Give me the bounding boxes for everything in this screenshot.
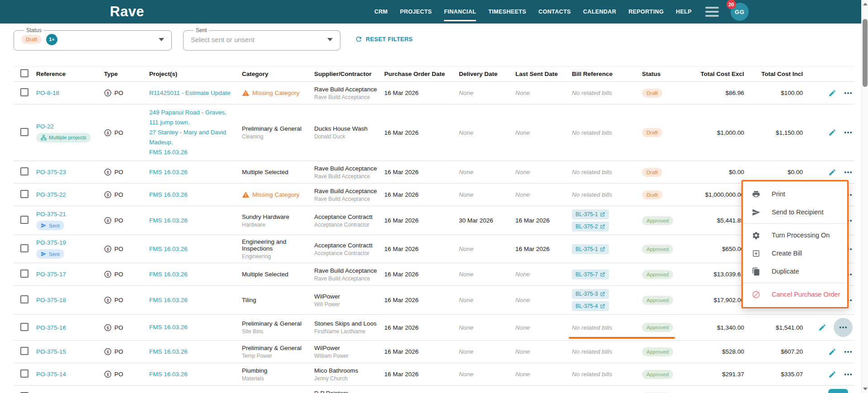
- total-cost-excl: $13,039.61: [687, 271, 750, 278]
- bill-reference-link[interactable]: BL-375-2: [572, 222, 609, 232]
- total-cost-excl: $1,000.00: [687, 129, 750, 136]
- menu-item-turn-processing-on[interactable]: Turn Processing On: [743, 226, 847, 244]
- reset-filters-button[interactable]: RESET FILTERS: [355, 35, 413, 43]
- row-menu-button[interactable]: [844, 128, 853, 137]
- row-checkbox[interactable]: [20, 369, 28, 378]
- project-link[interactable]: FMS 16.03.26: [149, 244, 237, 254]
- edit-button[interactable]: [828, 89, 836, 97]
- chevron-down-icon[interactable]: [159, 38, 164, 41]
- project-link[interactable]: FMS 16.03.26: [149, 322, 237, 332]
- reference-cell: PO-8-18: [36, 90, 104, 96]
- scrollbar[interactable]: [861, 0, 868, 393]
- reference-link[interactable]: PO-375-16: [36, 324, 99, 331]
- project-link[interactable]: FMS 16.03.26: [149, 369, 237, 379]
- status-filter-chip-draft[interactable]: Draft: [21, 35, 42, 44]
- menu-item-label: Print: [772, 190, 785, 198]
- bill-reference-link[interactable]: BL-375-4: [572, 301, 609, 311]
- scroll-up-arrow-icon[interactable]: [863, 3, 868, 5]
- bill-reference-link[interactable]: BL-375-1: [572, 244, 609, 254]
- type-cell: $PO: [104, 370, 149, 378]
- scroll-down-arrow-icon[interactable]: [863, 388, 868, 390]
- project-link[interactable]: FMS 16.03.26: [149, 190, 237, 200]
- row-menu-button[interactable]: [844, 347, 853, 356]
- menu-item-create-bill[interactable]: Create Bill: [743, 244, 847, 262]
- nav-item-help[interactable]: HELP: [676, 6, 692, 18]
- reference-link[interactable]: PO-375-15: [36, 348, 99, 355]
- project-link[interactable]: FMS 16.03.26: [149, 216, 237, 226]
- edit-button[interactable]: [828, 370, 836, 379]
- row-checkbox[interactable]: [20, 347, 28, 355]
- menu-item-print[interactable]: Print: [743, 185, 847, 203]
- reference-link[interactable]: PO-375-23: [36, 169, 99, 175]
- sent-filter-select[interactable]: Sent Select sent or unsent: [183, 27, 340, 51]
- edit-button[interactable]: [818, 323, 826, 331]
- nav-item-timesheets[interactable]: TIMESHEETS: [488, 6, 526, 18]
- row-checkbox[interactable]: [20, 244, 28, 252]
- status-badge: Draft: [642, 190, 662, 199]
- nav-item-calendar[interactable]: CALENDAR: [583, 6, 616, 18]
- cutoff-action-button[interactable]: [828, 389, 848, 393]
- delivery-date: None: [459, 129, 515, 136]
- row-menu-button[interactable]: [844, 370, 853, 379]
- project-link[interactable]: FMS 16.03.26: [149, 295, 237, 305]
- row-checkbox[interactable]: [20, 270, 28, 278]
- category-subtext: Materials: [242, 375, 310, 382]
- reference-link[interactable]: PO-8-18: [36, 90, 99, 96]
- reference-link[interactable]: PO-375-14: [36, 371, 99, 378]
- category-name: Multiple Selected: [242, 271, 310, 278]
- chevron-down-icon[interactable]: [327, 38, 333, 41]
- project-link[interactable]: 27 Stanley - Mary and David Madeup,: [149, 128, 237, 147]
- edit-button[interactable]: [828, 348, 836, 356]
- reference-link[interactable]: PO-375-19: [36, 239, 99, 246]
- nav-item-reporting[interactable]: REPORTING: [628, 6, 664, 18]
- app-logo[interactable]: Rave: [110, 4, 144, 20]
- status-badge: Draft: [642, 128, 662, 137]
- bill-reference-link[interactable]: BL-375-3: [572, 289, 609, 299]
- project-link[interactable]: FMS 16.03.26: [149, 347, 237, 357]
- bill-reference-link[interactable]: BL-375-7: [572, 270, 609, 279]
- row-checkbox[interactable]: [20, 295, 28, 303]
- type-label: PO: [114, 217, 123, 224]
- select-all-checkbox[interactable]: [20, 69, 28, 77]
- user-avatar[interactable]: 20 GG: [731, 3, 749, 21]
- project-link[interactable]: R11425011 - Estimate Update: [149, 88, 237, 98]
- project-link[interactable]: 249 Papanui Road - Graves,: [149, 108, 237, 118]
- project-link[interactable]: FMS 16.03.26: [149, 270, 237, 279]
- project-link[interactable]: FMS 16.03.26: [149, 167, 237, 177]
- scrollbar-thumb[interactable]: [863, 19, 868, 87]
- checkbox-cell: [14, 295, 36, 305]
- project-link[interactable]: FMS 16.03.26: [149, 147, 237, 157]
- category-cell: Tiling: [242, 297, 314, 303]
- row-checkbox[interactable]: [20, 216, 28, 224]
- row-checkbox[interactable]: [20, 323, 28, 331]
- row-checkbox[interactable]: [20, 128, 28, 136]
- edit-button[interactable]: [828, 168, 836, 176]
- status-cell: Draft: [642, 128, 687, 137]
- reference-link[interactable]: PO-375-21: [36, 211, 99, 218]
- menu-item-duplicate[interactable]: Duplicate: [743, 262, 847, 280]
- menu-item-cancel-purchase-order[interactable]: Cancel Purchase Order: [743, 285, 847, 303]
- status-badge: Draft: [642, 89, 662, 98]
- edit-button[interactable]: [828, 128, 836, 137]
- status-filter-select[interactable]: Status Draft 1+: [14, 27, 172, 51]
- menu-item-send-to-recipient[interactable]: Send to Recipient: [743, 203, 847, 221]
- row-checkbox[interactable]: [20, 190, 28, 198]
- row-checkbox[interactable]: [20, 167, 28, 175]
- type-cell: $PO: [104, 89, 149, 97]
- nav-item-contacts[interactable]: CONTACTS: [538, 6, 571, 18]
- reference-link[interactable]: PO-375-18: [36, 297, 99, 303]
- nav-item-financial[interactable]: FINANCIAL: [444, 6, 476, 18]
- row-menu-button[interactable]: [844, 168, 853, 177]
- project-link[interactable]: 111 jump town,: [149, 118, 237, 128]
- reference-link[interactable]: PO-375-17: [36, 271, 99, 278]
- reference-link[interactable]: PO-22: [36, 123, 99, 130]
- nav-item-crm[interactable]: CRM: [374, 6, 388, 18]
- row-checkbox[interactable]: [20, 88, 28, 96]
- row-menu-button[interactable]: [844, 89, 853, 98]
- row-menu-button[interactable]: [834, 318, 853, 337]
- bill-reference-link[interactable]: BL-375-1: [572, 209, 609, 219]
- nav-item-projects[interactable]: PROJECTS: [400, 6, 432, 18]
- reference-link[interactable]: PO-375-22: [36, 191, 99, 198]
- hamburger-menu-icon[interactable]: [705, 7, 719, 17]
- last-sent-date: None: [515, 129, 572, 136]
